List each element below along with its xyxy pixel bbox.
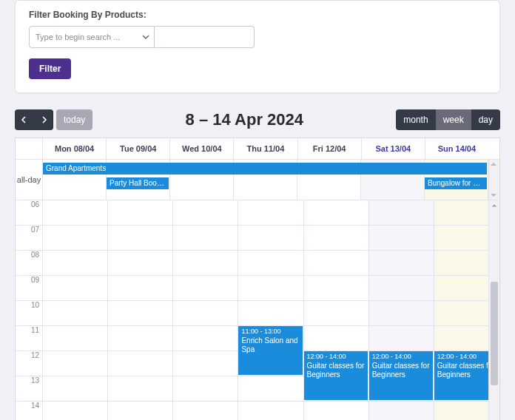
- hour-label: 12: [16, 351, 42, 376]
- time-slot[interactable]: [238, 301, 303, 326]
- time-slot[interactable]: [173, 376, 238, 402]
- time-slot[interactable]: [238, 200, 303, 226]
- time-slot[interactable]: [108, 402, 172, 420]
- time-slot[interactable]: [238, 376, 303, 402]
- filter-button[interactable]: Filter: [29, 58, 71, 79]
- time-slot[interactable]: [43, 276, 107, 301]
- time-slot[interactable]: [304, 326, 368, 351]
- time-slot[interactable]: [369, 301, 434, 326]
- day-header[interactable]: Sun 14/04: [425, 138, 488, 159]
- time-slot[interactable]: [173, 301, 238, 326]
- day-headers: Mon 08/04Tue 09/04Wed 10/04Thu 11/04Fri …: [43, 138, 488, 159]
- time-slot[interactable]: [108, 326, 172, 351]
- time-slot[interactable]: [238, 226, 303, 251]
- time-slot[interactable]: [238, 276, 303, 301]
- time-column[interactable]: [238, 200, 303, 420]
- time-column[interactable]: [173, 200, 238, 420]
- allday-event[interactable]: Bungalow for Rent: [425, 177, 487, 189]
- time-axis: 060708091011121314: [16, 200, 43, 420]
- allday-grid[interactable]: Grand ApartmentsParty Hall BookingBungal…: [43, 160, 488, 200]
- day-header[interactable]: Sat 13/04: [362, 138, 425, 159]
- view-month-button[interactable]: month: [396, 109, 435, 130]
- time-slot[interactable]: [43, 226, 107, 251]
- time-grid[interactable]: 11:00 - 13:00Enrich Salon and Spa12:00 -…: [43, 200, 499, 420]
- time-slot[interactable]: [173, 200, 238, 226]
- day-header[interactable]: Mon 08/04: [43, 138, 107, 159]
- time-slot[interactable]: [108, 200, 172, 226]
- time-slot[interactable]: [43, 376, 107, 402]
- time-slot[interactable]: [369, 226, 434, 251]
- day-header[interactable]: Wed 10/04: [170, 138, 234, 159]
- calendar: Mon 08/04Tue 09/04Wed 10/04Thu 11/04Fri …: [15, 138, 500, 420]
- day-header[interactable]: Thu 11/04: [234, 138, 297, 159]
- time-slot[interactable]: [43, 301, 107, 326]
- hour-label: 10: [16, 301, 42, 326]
- time-slot[interactable]: [369, 251, 434, 276]
- time-slot[interactable]: [173, 251, 238, 276]
- hour-label: 06: [16, 200, 42, 226]
- time-slot[interactable]: [108, 226, 172, 251]
- allday-event[interactable]: Grand Apartments: [43, 163, 487, 175]
- time-slot[interactable]: [43, 200, 107, 226]
- time-slot[interactable]: [369, 276, 434, 301]
- range-title: 8 – 14 Apr 2024: [186, 110, 303, 129]
- filter-title: Filter Booking By Products:: [29, 10, 486, 20]
- time-column[interactable]: [43, 200, 108, 420]
- time-slot[interactable]: [173, 276, 238, 301]
- allday-label: all-day: [16, 160, 43, 200]
- timed-event[interactable]: 12:00 - 14:00Guitar classes for Beginner…: [304, 351, 368, 400]
- time-slot[interactable]: [173, 326, 238, 351]
- time-slot[interactable]: [108, 276, 172, 301]
- time-slot[interactable]: [108, 251, 172, 276]
- allday-expand-down[interactable]: [489, 191, 498, 200]
- time-slot[interactable]: [304, 276, 368, 301]
- filter-controls: Type to begin search ...: [29, 26, 486, 48]
- allday-expand-up[interactable]: [489, 160, 498, 169]
- time-slot[interactable]: [238, 402, 303, 420]
- chevron-right-icon: [40, 116, 47, 123]
- allday-event[interactable]: Party Hall Booking: [107, 177, 169, 189]
- time-slot[interactable]: [108, 301, 172, 326]
- view-switch: month week day: [396, 109, 500, 130]
- time-slot[interactable]: [304, 251, 368, 276]
- view-day-button[interactable]: day: [471, 109, 500, 130]
- next-button[interactable]: [34, 109, 53, 130]
- view-week-button[interactable]: week: [436, 109, 471, 130]
- event-time: 12:00 - 14:00: [437, 353, 495, 360]
- time-slot[interactable]: [369, 402, 434, 420]
- event-time: 12:00 - 14:00: [307, 353, 365, 360]
- time-slot[interactable]: [304, 301, 368, 326]
- time-column[interactable]: [108, 200, 173, 420]
- scroll-up-button[interactable]: [489, 200, 499, 211]
- time-slot[interactable]: [43, 351, 107, 376]
- product-combobox[interactable]: Type to begin search ...: [29, 26, 155, 48]
- today-button[interactable]: today: [56, 109, 92, 130]
- time-slot[interactable]: [43, 326, 107, 351]
- time-slot[interactable]: [238, 251, 303, 276]
- time-slot[interactable]: [304, 226, 368, 251]
- event-title: Enrich Salon and Spa: [241, 336, 297, 353]
- product-tagbox[interactable]: [155, 26, 255, 48]
- prev-button[interactable]: [15, 109, 34, 130]
- time-slot[interactable]: [304, 402, 368, 420]
- time-slot[interactable]: [43, 251, 107, 276]
- scroll-thumb[interactable]: [491, 282, 498, 385]
- time-slot[interactable]: [173, 226, 238, 251]
- time-slot[interactable]: [369, 326, 434, 351]
- time-slot[interactable]: [173, 351, 238, 376]
- time-slot[interactable]: [369, 200, 434, 226]
- timed-event[interactable]: 12:00 - 14:00Guitar classes for Beginner…: [369, 351, 433, 400]
- vertical-scrollbar[interactable]: [488, 200, 499, 420]
- time-slot[interactable]: [108, 376, 172, 402]
- nav-group: today: [15, 109, 92, 130]
- day-header-row: Mon 08/04Tue 09/04Wed 10/04Thu 11/04Fri …: [16, 138, 499, 160]
- time-slot[interactable]: [304, 200, 368, 226]
- day-header[interactable]: Fri 12/04: [298, 138, 362, 159]
- time-slot[interactable]: [108, 351, 172, 376]
- hour-label: 14: [16, 402, 42, 420]
- timed-event[interactable]: 11:00 - 13:00Enrich Salon and Spa: [238, 326, 302, 375]
- day-header[interactable]: Tue 09/04: [107, 138, 170, 159]
- time-slot[interactable]: [43, 402, 107, 420]
- time-slot[interactable]: [173, 402, 238, 420]
- header-scroll-spacer: [488, 138, 499, 159]
